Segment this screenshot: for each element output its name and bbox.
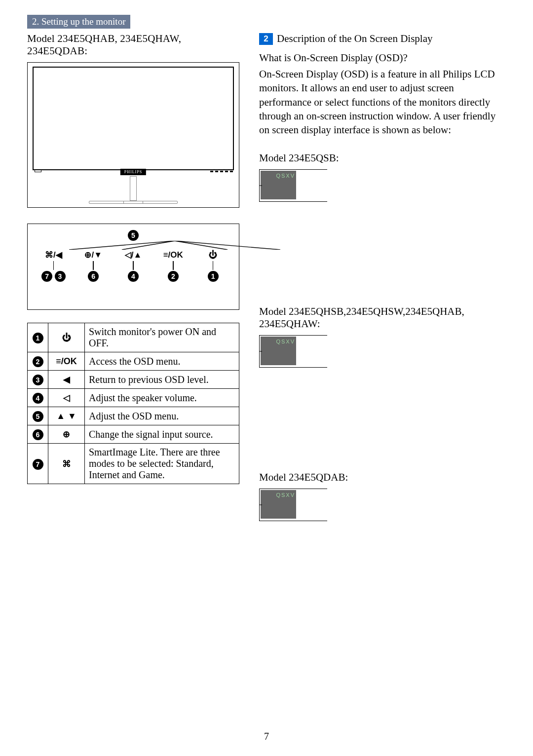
map-num-4: 4 bbox=[128, 271, 139, 282]
row-icon-cell: ≡/OK bbox=[48, 352, 85, 371]
osd-thumbnail-frame: QSXV bbox=[259, 169, 327, 202]
monitor-illustration: PHILIPS bbox=[27, 62, 239, 208]
row-icon-cell: ⊕ bbox=[48, 425, 85, 444]
monitor-brand-label: PHILIPS bbox=[120, 169, 146, 175]
row-icon-cell: ▲ ▼ bbox=[48, 407, 85, 425]
step-title: Description of the On Screen Display bbox=[277, 33, 433, 45]
map-label-4: ≡/OK bbox=[163, 250, 183, 260]
map-label-3: ◁/▲ bbox=[125, 250, 142, 260]
osd-model-block: Model 234E5QSB:QSXV bbox=[259, 152, 506, 202]
osd-thumbnail-frame: QSXV bbox=[259, 489, 327, 521]
row-number-cell: 1 bbox=[28, 323, 48, 352]
left-column: Model 234E5QHAB, 234E5QHAW, 234E5QDAB: P… bbox=[27, 33, 239, 521]
stand-neck-icon bbox=[130, 176, 137, 201]
osd-thumbnail-frame: QSXV bbox=[259, 335, 327, 368]
row-desc-cell: Access the OSD menu. bbox=[85, 352, 239, 371]
row-number-cell: 7 bbox=[28, 444, 48, 484]
map-connector-lines-icon bbox=[69, 241, 280, 250]
row-icon-cell: ◀ bbox=[48, 371, 85, 389]
row-number-cell: 6 bbox=[28, 425, 48, 444]
step-number-badge: 2 bbox=[259, 33, 273, 45]
row-number-cell: 3 bbox=[28, 371, 48, 389]
osd-model-title: Model 234E5QHSB,234E5QHSW,234E5QHAB, 234… bbox=[259, 305, 506, 330]
osd-thumbnail: QSXV bbox=[261, 337, 296, 365]
osd-thumb-text: QSXV bbox=[276, 339, 295, 344]
page-number: 7 bbox=[264, 731, 269, 742]
osd-model-title: Model 234E5QDAB: bbox=[259, 471, 506, 484]
table-row: 5▲ ▼Adjust the OSD menu. bbox=[28, 407, 239, 425]
row-number-cell: 4 bbox=[28, 389, 48, 407]
row-num-badge: 2 bbox=[33, 356, 43, 367]
row-num-badge: 4 bbox=[33, 393, 43, 404]
row-desc-cell: Adjust the OSD menu. bbox=[85, 407, 239, 425]
section-header: 2. Setting up the monitor bbox=[27, 15, 130, 29]
map-num-2: 2 bbox=[168, 271, 179, 282]
row-num-badge: 7 bbox=[33, 459, 43, 470]
osd-question-heading: What is On-Screen Display (OSD)? bbox=[259, 52, 506, 64]
button-function-table: 1⏻Switch monitor's power ON and OFF.2≡/O… bbox=[27, 323, 239, 484]
row-icon-cell: ⌘ bbox=[48, 444, 85, 484]
osd-thumb-text: QSXV bbox=[276, 492, 295, 498]
map-label-5: ⏻ bbox=[209, 250, 217, 260]
row-desc-cell: Change the signal input source. bbox=[85, 425, 239, 444]
table-row: 4◁Adjust the speaker volume. bbox=[28, 389, 239, 407]
button-map-diagram: 5 ⌘/◀7 3 ⊕/▼6 ◁/▲4 ≡/OK2 ⏻1 bbox=[27, 224, 239, 310]
osd-thumb-text: QSXV bbox=[276, 173, 295, 179]
row-icon-cell: ⏻ bbox=[48, 323, 85, 352]
row-desc-cell: Return to previous OSD level. bbox=[85, 371, 239, 389]
row-desc-cell: Adjust the speaker volume. bbox=[85, 389, 239, 407]
map-num-3: 3 bbox=[55, 271, 66, 282]
row-desc-cell: Switch monitor's power ON and OFF. bbox=[85, 323, 239, 352]
row-desc-cell: SmartImage Lite. There are three modes t… bbox=[85, 444, 239, 484]
table-row: 3◀Return to previous OSD level. bbox=[28, 371, 239, 389]
map-num-6: 6 bbox=[88, 271, 99, 282]
row-num-badge: 1 bbox=[33, 333, 43, 343]
bezel-buttons-icon bbox=[210, 171, 233, 172]
osd-model-block: Model 234E5QHSB,234E5QHSW,234E5QHAB, 234… bbox=[259, 305, 506, 368]
osd-model-block: Model 234E5QDAB:QSXV bbox=[259, 471, 506, 521]
map-num-1: 1 bbox=[208, 271, 219, 282]
map-num-7: 7 bbox=[41, 271, 52, 282]
osd-model-title: Model 234E5QSB: bbox=[259, 152, 506, 164]
usb-port-icon bbox=[35, 169, 41, 172]
row-number-cell: 5 bbox=[28, 407, 48, 425]
row-icon-cell: ◁ bbox=[48, 389, 85, 407]
row-num-badge: 6 bbox=[33, 429, 43, 440]
table-row: 1⏻Switch monitor's power ON and OFF. bbox=[28, 323, 239, 352]
osd-body-text: On-Screen Display (OSD) is a feature in … bbox=[259, 67, 506, 137]
osd-thumbnail: QSXV bbox=[261, 171, 296, 199]
model-title-left: Model 234E5QHAB, 234E5QHAW, 234E5QDAB: bbox=[27, 33, 239, 57]
osd-thumbnail: QSXV bbox=[261, 490, 296, 519]
map-label-1: ⌘/◀ bbox=[45, 250, 62, 260]
right-column: 2 Description of the On Screen Display W… bbox=[259, 33, 506, 521]
row-num-badge: 3 bbox=[33, 375, 43, 385]
row-num-badge: 5 bbox=[33, 411, 43, 422]
row-number-cell: 2 bbox=[28, 352, 48, 371]
table-row: 6⊕Change the signal input source. bbox=[28, 425, 239, 444]
monitor-screen-frame: PHILIPS bbox=[33, 67, 234, 170]
map-label-2: ⊕/▼ bbox=[84, 250, 102, 260]
map-num-5: 5 bbox=[128, 230, 139, 241]
table-row: 7⌘SmartImage Lite. There are three modes… bbox=[28, 444, 239, 484]
table-row: 2≡/OKAccess the OSD menu. bbox=[28, 352, 239, 371]
